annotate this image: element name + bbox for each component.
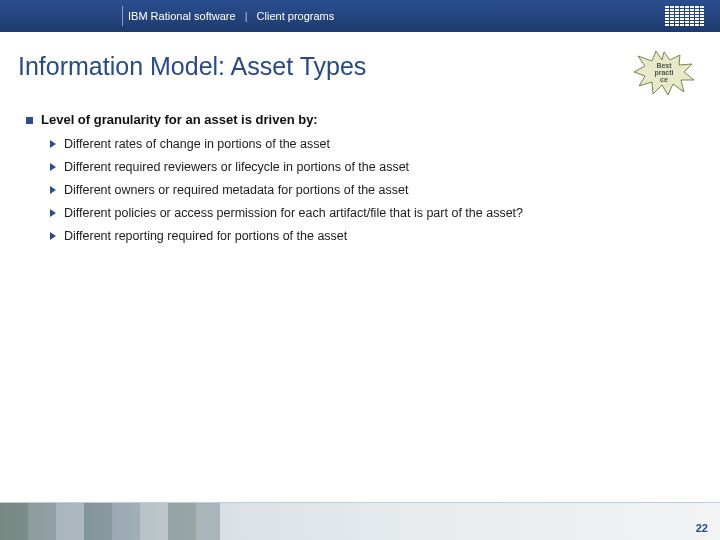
slide-header: IBM Rational software | Client programs: [0, 0, 720, 32]
header-brand: IBM Rational software: [128, 10, 236, 22]
footer-photo-strip: [0, 503, 220, 540]
lead-bullet: Level of granularity for an asset is dri…: [26, 112, 694, 127]
header-separator: |: [242, 10, 251, 22]
badge-l3: ce: [632, 76, 696, 83]
ibm-logo-icon: [665, 6, 704, 8]
slide-body: Level of granularity for an asset is dri…: [0, 100, 720, 243]
square-bullet-icon: [26, 117, 33, 124]
list-item: Different owners or required metadata fo…: [50, 183, 694, 197]
list-item: Different policies or access permission …: [50, 206, 694, 220]
list-item: Different required reviewers or lifecycl…: [50, 160, 694, 174]
header-divider: [122, 6, 123, 26]
list-item: Different rates of change in portions of…: [50, 137, 694, 151]
best-practice-badge: Best practi ce: [632, 50, 696, 96]
page-title: Information Model: Asset Types: [18, 52, 632, 81]
page-number: 22: [696, 522, 708, 534]
slide-footer: 22: [0, 502, 720, 540]
sub-bullet-list: Different rates of change in portions of…: [26, 137, 694, 243]
header-section: Client programs: [257, 10, 335, 22]
title-row: Information Model: Asset Types Best prac…: [0, 32, 720, 100]
lead-text: Level of granularity for an asset is dri…: [41, 112, 318, 127]
badge-l1: Best: [632, 62, 696, 69]
badge-l2: practi: [632, 69, 696, 76]
list-item: Different reporting required for portion…: [50, 229, 694, 243]
